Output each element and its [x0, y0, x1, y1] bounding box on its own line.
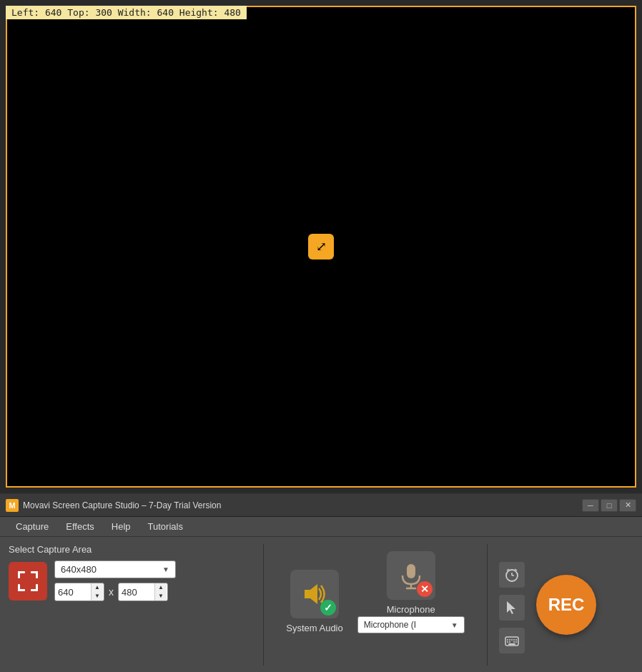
height-input-wrap: ▲ ▼ — [118, 583, 168, 601]
expand-icon[interactable]: ⤢ — [308, 234, 334, 260]
width-spinner: ▲ ▼ — [91, 583, 103, 601]
window-controls: ─ □ ✕ — [582, 499, 636, 512]
capture-area-label: Select Capture Area — [9, 544, 252, 555]
title-bar-left: M Movavi Screen Capture Studio – 7-Day T… — [6, 499, 221, 512]
position-label: Left: 640 Top: 300 Width: 640 Height: 48… — [6, 6, 247, 19]
svg-rect-1 — [18, 571, 20, 578]
capture-area-right: 640x480 ▼ ▲ ▼ x — [54, 560, 176, 601]
microphone-status-badge: ✕ — [417, 581, 433, 597]
audio-buttons-row: ✓ System Audio — [286, 551, 465, 633]
capture-icon-button[interactable] — [9, 562, 47, 601]
preview-container: Left: 640 Top: 300 Width: 640 Height: 48… — [0, 0, 642, 493]
rec-label: REC — [548, 595, 585, 615]
menu-capture[interactable]: Capture — [9, 519, 56, 534]
width-input[interactable] — [55, 585, 91, 600]
menu-effects[interactable]: Effects — [59, 519, 102, 534]
system-audio-button[interactable]: ✓ System Audio — [286, 570, 343, 633]
mic-dropdown-arrow-icon: ▼ — [451, 621, 458, 629]
tools-section — [499, 556, 525, 653]
close-button[interactable]: ✕ — [619, 499, 636, 512]
microphone-dropdown[interactable]: Microphone (I ▼ — [357, 616, 465, 633]
app-icon: M — [6, 499, 19, 512]
menu-bar: Capture Effects Help Tutorials — [0, 517, 642, 537]
maximize-button[interactable]: □ — [601, 499, 618, 512]
svg-marker-8 — [305, 584, 317, 604]
main-controls: Select Capture Area — [0, 537, 642, 672]
system-audio-icon-wrap: ✓ — [290, 570, 339, 618]
dimensions-row: ▲ ▼ x ▲ ▼ — [54, 583, 176, 601]
capture-border: ⤢ — [6, 6, 636, 488]
microphone-button[interactable]: ✕ Microphone Microphone (I ▼ — [357, 551, 465, 633]
height-input[interactable] — [119, 585, 154, 600]
svg-rect-3 — [36, 571, 38, 578]
microphone-icon-wrap: ✕ — [387, 551, 435, 600]
resolution-value: 640x480 — [61, 564, 97, 575]
height-down-button[interactable]: ▼ — [155, 592, 167, 601]
dropdown-arrow-icon: ▼ — [162, 565, 169, 573]
capture-area-section: Select Capture Area — [9, 544, 252, 666]
rec-button[interactable]: REC — [536, 575, 596, 635]
width-down-button[interactable]: ▼ — [92, 592, 103, 601]
cursor-tool-button[interactable] — [499, 595, 525, 621]
width-up-button[interactable]: ▲ — [92, 583, 103, 592]
svg-rect-5 — [18, 584, 20, 591]
alarm-tool-button[interactable] — [499, 562, 525, 588]
keyboard-icon — [504, 633, 520, 648]
divider-2 — [487, 544, 488, 666]
minimize-button[interactable]: ─ — [582, 499, 599, 512]
title-bar: M Movavi Screen Capture Studio – 7-Day T… — [0, 494, 642, 517]
cursor-icon — [504, 600, 520, 616]
title-text: Movavi Screen Capture Studio – 7-Day Tri… — [23, 500, 221, 510]
menu-tutorials[interactable]: Tutorials — [141, 519, 190, 534]
svg-rect-9 — [407, 564, 415, 578]
system-audio-status-badge: ✓ — [320, 600, 336, 616]
control-panel: M Movavi Screen Capture Studio – 7-Day T… — [0, 493, 642, 672]
width-input-wrap: ▲ ▼ — [54, 583, 104, 601]
audio-section: ✓ System Audio — [275, 544, 475, 666]
system-audio-label: System Audio — [286, 623, 343, 633]
select-area-icon — [16, 570, 39, 593]
svg-marker-17 — [507, 601, 515, 614]
height-spinner: ▲ ▼ — [154, 583, 167, 601]
capture-area-row1: 640x480 ▼ ▲ ▼ x — [9, 560, 252, 601]
menu-help[interactable]: Help — [104, 519, 138, 534]
right-panel: REC — [475, 544, 596, 666]
height-up-button[interactable]: ▲ — [155, 583, 167, 592]
mic-dropdown-value: Microphone (I — [364, 620, 416, 630]
svg-rect-7 — [36, 584, 38, 591]
keyboard-tool-button[interactable] — [499, 628, 525, 653]
resolution-dropdown[interactable]: 640x480 ▼ — [54, 560, 176, 578]
divider-1 — [263, 544, 264, 666]
alarm-icon — [504, 567, 520, 583]
microphone-label: Microphone — [387, 604, 435, 615]
times-label: x — [109, 586, 114, 598]
